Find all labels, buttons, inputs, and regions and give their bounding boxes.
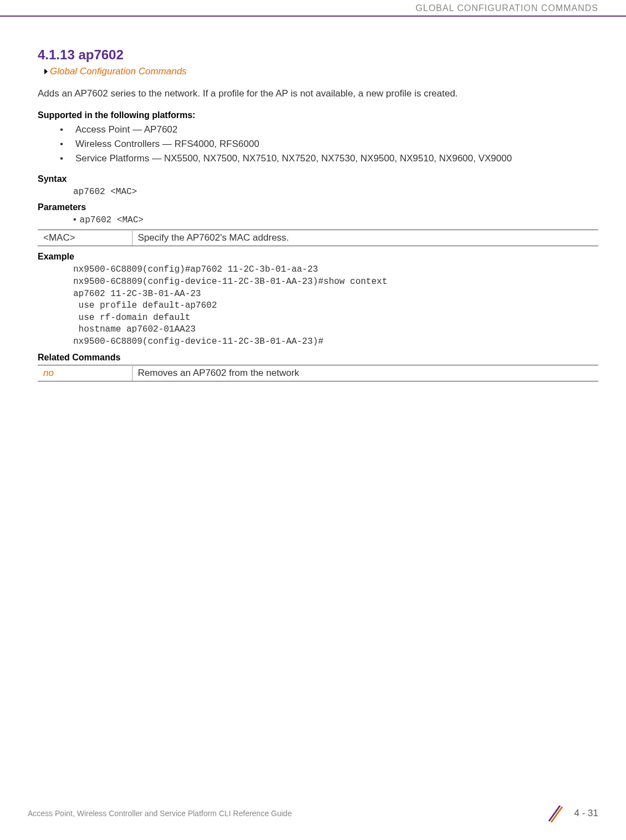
list-item: Access Point — AP7602 — [60, 123, 598, 137]
list-item: Service Platforms — NX5500, NX7500, NX75… — [60, 151, 598, 166]
footer-right: 4 - 31 — [544, 803, 598, 823]
table-cell-cmd[interactable]: no — [38, 365, 132, 381]
table-row: <MAC> Specify the AP7602's MAC address. — [38, 230, 598, 246]
parameters-heading: Parameters — [38, 202, 598, 212]
parameters-bullet: •ap7602 <MAC> — [73, 215, 598, 225]
breadcrumb[interactable]: Global Configuration Commands — [44, 66, 598, 77]
parameters-bullet-text: ap7602 <MAC> — [80, 215, 144, 225]
syntax-code: ap7602 <MAC> — [73, 186, 598, 198]
list-item: Wireless Controllers — RFS4000, RFS6000 — [60, 137, 598, 151]
related-heading: Related Commands — [38, 353, 598, 363]
table-cell-desc: Specify the AP7602's MAC address. — [132, 230, 598, 246]
header-category: GLOBAL CONFIGURATION COMMANDS — [416, 3, 598, 13]
breadcrumb-text: Global Configuration Commands — [50, 66, 187, 77]
related-table: no Removes an AP7602 from the network — [38, 365, 598, 381]
section-title: 4.1.13 ap7602 — [38, 47, 598, 63]
footer-text: Access Point, Wireless Controller and Se… — [28, 809, 292, 818]
page-footer: Access Point, Wireless Controller and Se… — [28, 803, 598, 823]
page-content: 4.1.13 ap7602 Global Configuration Comma… — [38, 47, 598, 387]
section-description: Adds an AP7602 series to the network. If… — [38, 87, 598, 100]
parameters-table: <MAC> Specify the AP7602's MAC address. — [38, 230, 598, 246]
supported-heading: Supported in the following platforms: — [38, 110, 598, 120]
table-cell-param: <MAC> — [38, 230, 132, 246]
supported-list: Access Point — AP7602 Wireless Controlle… — [60, 123, 598, 166]
table-cell-desc: Removes an AP7602 from the network — [132, 365, 598, 381]
arrow-right-icon — [44, 69, 48, 74]
table-row: no Removes an AP7602 from the network — [38, 365, 598, 381]
related-link[interactable]: no — [43, 368, 54, 378]
page-number: 4 - 31 — [574, 808, 598, 819]
example-heading: Example — [38, 252, 598, 262]
example-code: nx9500-6C8809(config)#ap7602 11-2C-3b-01… — [73, 264, 598, 348]
header-divider — [0, 16, 626, 17]
slash-icon — [544, 803, 564, 823]
syntax-heading: Syntax — [38, 174, 598, 184]
